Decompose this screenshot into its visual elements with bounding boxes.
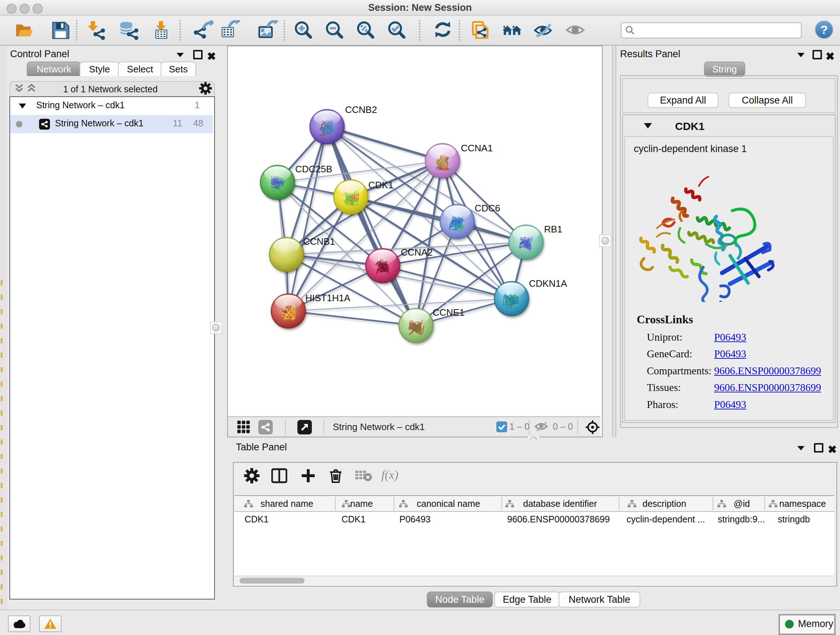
svg-text:CCNA1: CCNA1 bbox=[461, 143, 493, 154]
svg-text:CCNA2: CCNA2 bbox=[401, 247, 433, 258]
svg-text:CDC25B: CDC25B bbox=[295, 164, 332, 174]
svg-text:CDKN1A: CDKN1A bbox=[529, 278, 567, 289]
svg-text:CDK1: CDK1 bbox=[368, 180, 393, 190]
svg-text:CCNB1: CCNB1 bbox=[303, 236, 335, 247]
svg-text:?: ? bbox=[821, 23, 828, 36]
svg-text:RB1: RB1 bbox=[544, 224, 562, 234]
svg-text:CDC6: CDC6 bbox=[475, 203, 500, 214]
svg-text:HIST1H1A: HIST1H1A bbox=[305, 293, 351, 303]
svg-text:CCNE1: CCNE1 bbox=[433, 307, 464, 318]
svg-text:CCNB2: CCNB2 bbox=[345, 104, 377, 115]
